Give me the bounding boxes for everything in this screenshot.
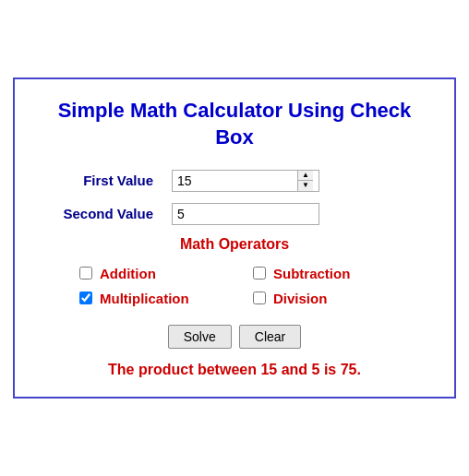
second-value-label: Second Value [42, 206, 172, 221]
result-text: The product between 15 and 5 is 75. [42, 362, 427, 378]
multiplication-item: Multiplication [79, 291, 253, 306]
operators-title: Math Operators [42, 236, 427, 253]
subtraction-item: Subtraction [253, 266, 427, 281]
button-row: Solve Clear [42, 325, 427, 349]
clear-button[interactable]: Clear [239, 325, 301, 349]
first-value-spinner: ▲ ▼ [172, 170, 319, 192]
addition-label[interactable]: Addition [100, 266, 156, 281]
subtraction-checkbox[interactable] [253, 267, 266, 280]
spinner-down-button[interactable]: ▼ [298, 181, 313, 190]
spinner-arrows: ▲ ▼ [297, 171, 313, 191]
first-value-label: First Value [42, 173, 172, 188]
multiplication-checkbox[interactable] [79, 292, 92, 304]
second-value-row: Second Value [42, 203, 427, 225]
subtraction-label[interactable]: Subtraction [273, 266, 350, 281]
division-label[interactable]: Division [273, 291, 327, 306]
second-value-input[interactable] [172, 203, 319, 225]
division-item: Division [253, 291, 427, 306]
calculator-container: Simple Math Calculator Using Check Box F… [13, 77, 456, 398]
addition-item: Addition [79, 266, 253, 281]
addition-checkbox[interactable] [79, 267, 92, 280]
division-checkbox[interactable] [253, 292, 266, 304]
first-value-input[interactable] [173, 171, 297, 191]
multiplication-label[interactable]: Multiplication [100, 291, 189, 306]
checkbox-grid: Addition Subtraction Multiplication Divi… [42, 266, 427, 306]
spinner-up-button[interactable]: ▲ [298, 171, 313, 181]
solve-button[interactable]: Solve [168, 325, 232, 349]
page-title: Simple Math Calculator Using Check Box [42, 98, 427, 150]
first-value-row: First Value ▲ ▼ [42, 170, 427, 192]
